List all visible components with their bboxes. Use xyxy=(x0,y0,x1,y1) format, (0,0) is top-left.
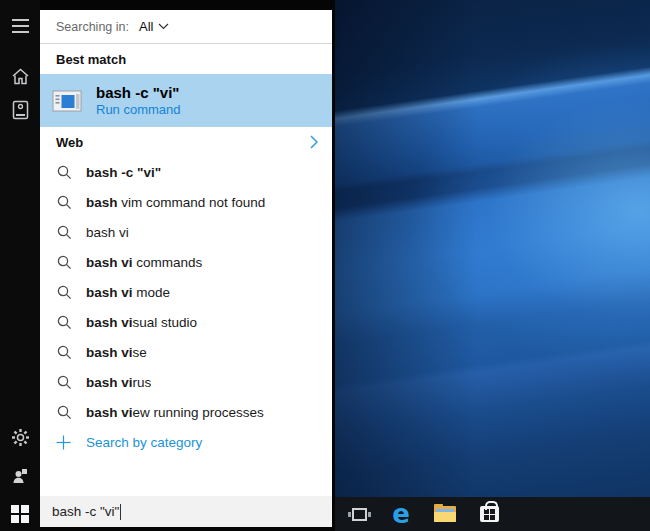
windows-store-icon[interactable] xyxy=(475,497,503,531)
search-input-value: bash -c "vi" xyxy=(52,504,119,519)
task-view-glyph xyxy=(352,508,367,521)
web-section-label: Web xyxy=(56,135,83,150)
search-icon xyxy=(56,314,73,331)
web-suggestion-item[interactable]: bash vi xyxy=(40,217,332,247)
feedback-icon[interactable] xyxy=(0,458,40,492)
web-suggestion-item[interactable]: bash view running processes xyxy=(40,397,332,427)
search-panel: Searching in: All Best match bash -c " xyxy=(40,10,332,527)
best-match-item[interactable]: bash -c "vi" Run command xyxy=(40,74,332,127)
scope-label: Searching in: xyxy=(56,20,129,34)
web-suggestion-item[interactable]: bash visual studio xyxy=(40,307,332,337)
search-icon xyxy=(56,224,73,241)
suggestion-text: bash view running processes xyxy=(86,405,264,420)
text-caret xyxy=(120,504,121,520)
chevron-down-icon[interactable] xyxy=(158,23,169,30)
hamburger-glyph xyxy=(12,19,29,33)
cortana-sidebar xyxy=(0,0,40,531)
store-bag-glyph xyxy=(480,506,499,522)
edge-e-glyph: e xyxy=(392,503,410,525)
best-match-title: bash -c "vi" xyxy=(96,84,181,102)
scope-value[interactable]: All xyxy=(139,19,153,34)
taskbar: e xyxy=(335,497,650,531)
home-icon[interactable] xyxy=(0,59,40,93)
gear-glyph xyxy=(11,428,30,447)
search-icon xyxy=(56,284,73,301)
start-button[interactable] xyxy=(0,497,40,531)
menu-icon[interactable] xyxy=(0,9,40,43)
search-by-category-label: Search by category xyxy=(86,435,202,450)
best-match-section-label: Best match xyxy=(40,44,332,74)
web-suggestions-list: bash -c "vi" bash vim command not found … xyxy=(40,157,332,427)
suggestion-text: bash virus xyxy=(86,375,151,390)
search-icon xyxy=(56,344,73,361)
task-view-icon[interactable] xyxy=(345,497,373,531)
edge-browser-icon[interactable]: e xyxy=(387,497,415,531)
search-icon xyxy=(56,404,73,421)
web-suggestion-item[interactable]: bash -c "vi" xyxy=(40,157,332,187)
search-scope-row: Searching in: All xyxy=(40,10,332,44)
plus-icon xyxy=(56,435,71,450)
windows-logo-icon xyxy=(11,505,29,523)
web-suggestion-item[interactable]: bash vise xyxy=(40,337,332,367)
suggestion-text: bash vim command not found xyxy=(86,195,265,210)
suggestion-text: bash vise xyxy=(86,345,147,360)
notebook-glyph xyxy=(11,100,30,120)
notebook-icon[interactable] xyxy=(0,93,40,127)
suggestion-text: bash vi commands xyxy=(86,255,202,270)
panel-spacer xyxy=(40,458,332,496)
suggestion-text: bash vi xyxy=(86,225,129,240)
web-suggestion-item[interactable]: bash vim command not found xyxy=(40,187,332,217)
chevron-right-icon[interactable] xyxy=(310,135,318,149)
windows-desktop-screen: e xyxy=(0,0,650,531)
desktop-wallpaper xyxy=(335,0,650,497)
search-icon xyxy=(56,194,73,211)
web-section-header[interactable]: Web xyxy=(40,127,332,157)
suggestion-text: bash vi mode xyxy=(86,285,170,300)
suggestion-text: bash -c "vi" xyxy=(86,165,161,180)
home-glyph xyxy=(11,67,30,86)
run-command-window-icon xyxy=(52,86,82,116)
web-suggestion-item[interactable]: bash vi mode xyxy=(40,277,332,307)
best-match-text: bash -c "vi" Run command xyxy=(96,84,181,118)
web-suggestion-item[interactable]: bash vi commands xyxy=(40,247,332,277)
folder-glyph xyxy=(434,506,456,522)
suggestion-text: bash visual studio xyxy=(86,315,197,330)
web-suggestion-item[interactable]: bash virus xyxy=(40,367,332,397)
best-match-subtitle: Run command xyxy=(96,102,181,118)
search-panel-frame: Searching in: All Best match bash -c " xyxy=(40,0,335,531)
search-icon xyxy=(56,254,73,271)
search-icon xyxy=(56,164,73,181)
search-input[interactable]: bash -c "vi" xyxy=(40,496,332,527)
search-by-category-link[interactable]: Search by category xyxy=(40,427,332,458)
feedback-glyph xyxy=(11,466,30,485)
search-icon xyxy=(56,374,73,391)
settings-gear-icon[interactable] xyxy=(0,420,40,454)
file-explorer-icon[interactable] xyxy=(431,497,459,531)
